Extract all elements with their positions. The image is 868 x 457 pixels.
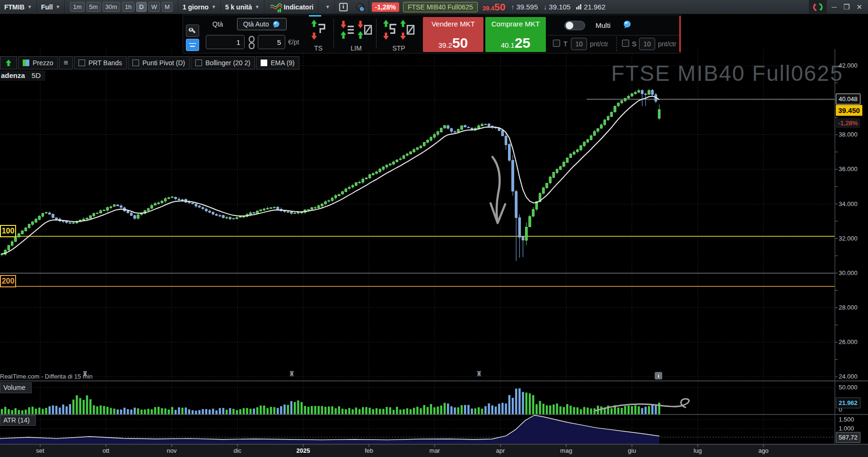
stop-checkbox[interactable]	[622, 40, 629, 47]
level-badge[interactable]: 100	[0, 225, 16, 237]
keyboard-icon	[188, 42, 197, 48]
timeframe-button-1h[interactable]: 1h	[122, 2, 134, 12]
info-button[interactable]: i	[335, 0, 352, 14]
volume-bar	[226, 410, 228, 414]
indicators-expand-button[interactable]: ▼	[318, 0, 335, 14]
x-axis-month-label: dic	[234, 447, 242, 454]
session-marker-icon[interactable]: ♜	[476, 370, 482, 378]
stp-sell-button[interactable]	[382, 19, 398, 43]
globe-button[interactable]	[352, 0, 369, 14]
indicator-toggle-bollinger-20-2-[interactable]: Bollinger (20 2)	[191, 56, 255, 69]
candle-body	[69, 223, 71, 223]
volume-bar	[345, 409, 347, 414]
restore-chart-button[interactable]	[0, 56, 17, 69]
buy-market-button[interactable]: Comprare MKT 40.125	[485, 17, 546, 52]
divider	[376, 19, 377, 48]
candle-body	[134, 216, 136, 218]
indicator-label: PRT Bands	[88, 59, 122, 67]
period-dropdown[interactable]: 1 giorno ▼	[178, 0, 221, 14]
symbol-dropdown[interactable]: FTMIB ▼	[0, 0, 37, 14]
candle-body	[127, 211, 129, 213]
multi-toggle[interactable]	[564, 21, 585, 30]
candle-body	[410, 152, 412, 154]
arrow-up-box-icon	[5, 59, 12, 67]
checkbox-icon[interactable]	[261, 60, 267, 66]
volume-bar	[134, 408, 136, 414]
volume-bar	[236, 410, 238, 414]
chart-watermark: FTSE MIB40 Full0625	[611, 60, 843, 86]
volume-bar	[28, 407, 30, 414]
panel-edge-handle[interactable]	[679, 16, 681, 52]
candle-body	[106, 207, 109, 210]
volume-bar	[478, 407, 480, 414]
stp-buy-button[interactable]	[399, 19, 415, 43]
price-series-toggle[interactable]: Prezzo	[18, 56, 58, 69]
timeframe-button-1m[interactable]: 1m	[70, 2, 84, 12]
close-button[interactable]: ✕	[856, 3, 862, 11]
mode-dropdown[interactable]: Full ▼	[37, 0, 65, 14]
chart-info-icon[interactable]: i	[655, 372, 662, 379]
candle-body	[403, 155, 405, 158]
list-button[interactable]: ≡	[59, 56, 73, 69]
target-label: T	[563, 40, 568, 48]
candle-body	[365, 178, 368, 179]
checkbox-icon[interactable]	[79, 60, 85, 66]
lim-buy-button[interactable]	[356, 19, 372, 43]
y-axis-tick-label: 50.000	[839, 384, 858, 391]
checkbox-icon[interactable]	[195, 60, 202, 66]
candle-body	[45, 213, 47, 213]
candle-body	[202, 207, 204, 209]
refresh-button[interactable]	[809, 0, 827, 14]
minimize-button[interactable]: ─	[832, 3, 837, 11]
indicator-toggle-punti-pivot-d-[interactable]: Punti Pivot (D)	[128, 56, 190, 69]
restore-button[interactable]: ❐	[843, 3, 850, 11]
stop-points-input[interactable]: 10	[639, 38, 655, 50]
candle-body	[522, 237, 524, 240]
ts-order-button[interactable]	[310, 19, 326, 43]
candle-body	[222, 216, 225, 218]
timeframe-button-M[interactable]: M	[162, 2, 173, 12]
volume-bar	[11, 410, 13, 414]
lim-sell-button[interactable]	[339, 19, 355, 43]
volume-bar	[137, 408, 139, 414]
candle-body	[501, 130, 504, 136]
timeframe-button-D[interactable]: D	[136, 2, 146, 12]
settings-button[interactable]	[186, 25, 199, 37]
target-points-input[interactable]: 10	[571, 38, 587, 50]
volume-bar	[474, 408, 476, 414]
panel-accent	[309, 15, 321, 17]
stop-unit: pnt/ctr	[658, 40, 676, 48]
volume-bar	[239, 409, 241, 414]
candle-body	[15, 237, 17, 241]
candle-body	[372, 173, 375, 175]
timeframe-button-5m[interactable]: 5m	[87, 2, 101, 12]
help-bubble-icon	[623, 20, 632, 30]
keyboard-button[interactable]	[186, 39, 199, 51]
units-dropdown[interactable]: 5 k unità ▼	[221, 0, 264, 14]
candle-body	[560, 167, 562, 170]
checkbox-icon[interactable]	[132, 60, 139, 66]
session-marker-icon[interactable]: ♜	[82, 370, 88, 378]
candle-body	[83, 219, 85, 220]
indicators-button[interactable]: Indicatori	[264, 0, 318, 14]
list-icon: ≡	[64, 59, 68, 67]
indicator-toggle-ema-9-[interactable]: EMA (9)	[256, 56, 299, 69]
timeframe-button-30m[interactable]: 30m	[103, 2, 120, 12]
timeframe-button-W[interactable]: W	[149, 2, 160, 12]
level-badge[interactable]: 200	[0, 275, 16, 287]
y-axis-tick-label: 36.000	[839, 165, 858, 172]
qty-input[interactable]	[206, 35, 245, 49]
indicator-toggle-prt-bands[interactable]: PRT Bands	[74, 56, 127, 69]
sell-market-button[interactable]: Vendere MKT 39.250	[423, 17, 483, 52]
qty-auto-toggle[interactable]: Qtà Auto	[237, 18, 287, 30]
candle-body	[175, 197, 177, 198]
divider	[616, 37, 617, 51]
qty-per-point-input[interactable]	[258, 35, 285, 49]
target-checkbox[interactable]	[553, 40, 560, 47]
session-marker-icon[interactable]: ♜	[289, 370, 295, 378]
volume-bar	[386, 407, 387, 414]
volume-bar	[498, 404, 500, 414]
x-axis-month-label: ago	[758, 447, 769, 454]
volume-bar	[32, 407, 34, 414]
period-label: 1 giorno	[183, 3, 209, 11]
